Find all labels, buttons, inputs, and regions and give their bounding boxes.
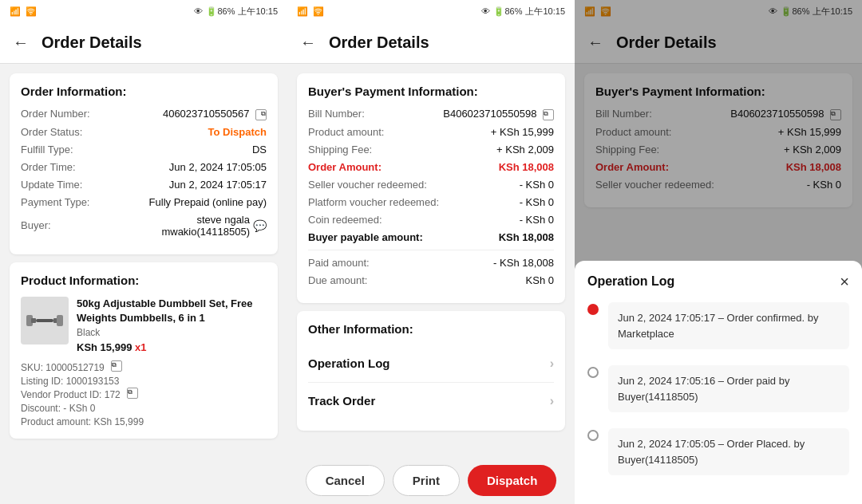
log-text-box-0: Jun 2, 2024 17:05:17 – Order confirmed. … <box>608 302 849 349</box>
fulfill-type-label: Fulfill Type: <box>21 144 73 156</box>
back-button-1[interactable]: ← <box>13 33 29 52</box>
fulfill-type-value: DS <box>252 144 267 156</box>
shipping-fee-value: + KSh 2,009 <box>496 144 554 156</box>
shipping-fee-row: Shipping Fee: + KSh 2,009 <box>308 144 554 156</box>
buyer-payable-label: Buyer payable amount: <box>308 231 423 243</box>
page-title-2: Order Details <box>329 33 429 52</box>
buyer-payable-row: Buyer payable amount: KSh 18,008 <box>308 231 554 243</box>
bill-number-value: B406023710550598 ⧉ <box>443 108 554 120</box>
operation-log-label: Operation Log <box>308 356 390 370</box>
buyer-value: steve ngala mwakio(14118505) 💬 <box>107 214 267 238</box>
product-details: 50kg Adjustable Dumbbell Set, Free Weigh… <box>77 297 267 353</box>
print-button[interactable]: Print <box>393 465 460 496</box>
status-left-2: 📶 🛜 <box>297 6 324 17</box>
status-bar-2: 📶 🛜 👁 🔋86% 上午10:15 <box>287 0 575 22</box>
seller-voucher-value: - KSh 0 <box>520 179 554 191</box>
order-status-row: Order Status: To Dispatch <box>21 126 267 138</box>
order-number-value: 406023710550567 ⧉ <box>163 108 267 120</box>
paid-amount-value: - KSh 18,008 <box>493 257 554 269</box>
log-dot-0 <box>587 304 599 315</box>
paid-amount-row: Paid amount: - KSh 18,008 <box>308 257 554 269</box>
status-left-1: 📶 🛜 <box>10 6 37 17</box>
listing-id: Listing ID: 1000193153 <box>21 376 267 387</box>
signal-icon-2: 📶 <box>297 6 308 17</box>
due-amount-value: KSh 0 <box>526 274 554 286</box>
eye-icon-1: 👁 <box>194 6 203 16</box>
wifi-icon-1: 🛜 <box>26 6 37 17</box>
buyer-row: Buyer: steve ngala mwakio(14118505) 💬 <box>21 214 267 238</box>
coin-redeemed-row: Coin redeemed: - KSh 0 <box>308 214 554 226</box>
discount: Discount: - KSh 0 <box>21 403 267 414</box>
bill-number-row: Bill Number: B406023710550598 ⧉ <box>308 108 554 120</box>
track-order-row[interactable]: Track Order › <box>308 383 554 419</box>
payment-type-row: Payment Type: Fully Prepaid (online pay) <box>21 196 267 208</box>
product-qty: x1 <box>135 341 146 353</box>
log-item-2: Jun 2, 2024 17:05:05 – Order Placed. by … <box>587 428 849 475</box>
sku-value: SKU: 10000512719 <box>21 362 105 373</box>
other-info-card: Other Information: Operation Log › Track… <box>297 311 565 431</box>
copy-vendor-icon[interactable]: ⧉ <box>127 388 138 399</box>
product-color: Black <box>77 327 267 338</box>
product-amount-value: + KSh 15,999 <box>491 126 554 138</box>
order-amount-label: Order Amount: <box>308 161 382 173</box>
log-text-box-2: Jun 2, 2024 17:05:05 – Order Placed. by … <box>608 428 849 475</box>
product-amount-label: Product amount: <box>308 126 384 138</box>
back-button-2[interactable]: ← <box>300 33 316 52</box>
platform-voucher-label: Platform voucher redeemed: <box>308 196 439 208</box>
sku-row: SKU: 10000512719 ⧉ <box>21 360 267 373</box>
header-1: ← Order Details <box>0 22 287 64</box>
vendor-id: Vendor Product ID: 172 <box>21 389 121 400</box>
vendor-row: Vendor Product ID: 172 ⧉ <box>21 387 267 400</box>
log-text-2: Jun 2, 2024 17:05:05 – Order Placed. by … <box>618 436 840 467</box>
platform-voucher-row: Platform voucher redeemed: - KSh 0 <box>308 196 554 208</box>
battery-icon-2: 🔋86% <box>493 6 522 17</box>
order-time-label: Order Time: <box>21 161 76 173</box>
header-2: ← Order Details <box>287 22 575 64</box>
log-dot-1 <box>587 367 599 378</box>
product-image <box>21 297 69 345</box>
footer-buttons-2: Cancel Print Dispatch <box>287 457 575 504</box>
time-2: 上午10:15 <box>525 6 565 18</box>
time-1: 上午10:15 <box>238 6 278 18</box>
order-amount-row: Order Amount: KSh 18,008 <box>308 161 554 173</box>
payment-type-value: Fully Prepaid (online pay) <box>149 196 267 208</box>
order-number-label: Order Number: <box>21 108 90 120</box>
copy-bill-icon[interactable]: ⧉ <box>543 109 554 120</box>
due-amount-row: Due amount: KSh 0 <box>308 274 554 286</box>
status-bar-1: 📶 🛜 👁 🔋86% 上午10:15 <box>0 0 287 22</box>
order-info-title: Order Information: <box>21 85 267 98</box>
panel-1-content: Order Information: Order Number: 4060237… <box>0 64 287 504</box>
payment-type-label: Payment Type: <box>21 196 89 208</box>
product-info-card: Product Information: 50kg Adjustable Dum… <box>10 262 278 439</box>
modal-close-button[interactable]: × <box>840 274 849 289</box>
panel-2-content: Buyer's Payment Information: Bill Number… <box>287 64 575 457</box>
copy-sku-icon[interactable]: ⧉ <box>111 360 122 372</box>
order-number-row: Order Number: 406023710550567 ⧉ <box>21 108 267 120</box>
track-order-chevron: › <box>550 394 554 408</box>
wechat-icon: 💬 <box>253 219 267 232</box>
page-title-1: Order Details <box>42 33 142 52</box>
update-time-row: Update Time: Jun 2, 2024 17:05:17 <box>21 179 267 191</box>
dispatch-button[interactable]: Dispatch <box>468 465 556 496</box>
panel-1: 📶 🛜 👁 🔋86% 上午10:15 ← Order Details Order… <box>0 0 287 504</box>
svg-rect-1 <box>31 318 36 323</box>
product-amount-row: Product amount: + KSh 15,999 <box>308 126 554 138</box>
fulfill-type-row: Fulfill Type: DS <box>21 144 267 156</box>
update-time-label: Update Time: <box>21 179 82 191</box>
paid-amount-label: Paid amount: <box>308 257 370 269</box>
modal-header: Operation Log × <box>587 274 849 289</box>
product-meta: SKU: 10000512719 ⧉ Listing ID: 100019315… <box>21 360 267 427</box>
cancel-button[interactable]: Cancel <box>306 465 385 496</box>
copy-order-number-icon[interactable]: ⧉ <box>255 109 267 120</box>
order-info-card: Order Information: Order Number: 4060237… <box>10 73 278 254</box>
status-right-1: 👁 🔋86% 上午10:15 <box>194 6 278 18</box>
order-time-row: Order Time: Jun 2, 2024 17:05:05 <box>21 161 267 173</box>
log-item-0: Jun 2, 2024 17:05:17 – Order confirmed. … <box>587 302 849 349</box>
payment-info-card: Buyer's Payment Information: Bill Number… <box>297 73 565 303</box>
order-status-value: To Dispatch <box>208 126 267 138</box>
order-status-label: Order Status: <box>21 126 82 138</box>
update-time-value: Jun 2, 2024 17:05:17 <box>169 179 267 191</box>
product-row: 50kg Adjustable Dumbbell Set, Free Weigh… <box>21 297 267 353</box>
other-info-title: Other Information: <box>308 322 554 336</box>
operation-log-row[interactable]: Operation Log › <box>308 345 554 383</box>
